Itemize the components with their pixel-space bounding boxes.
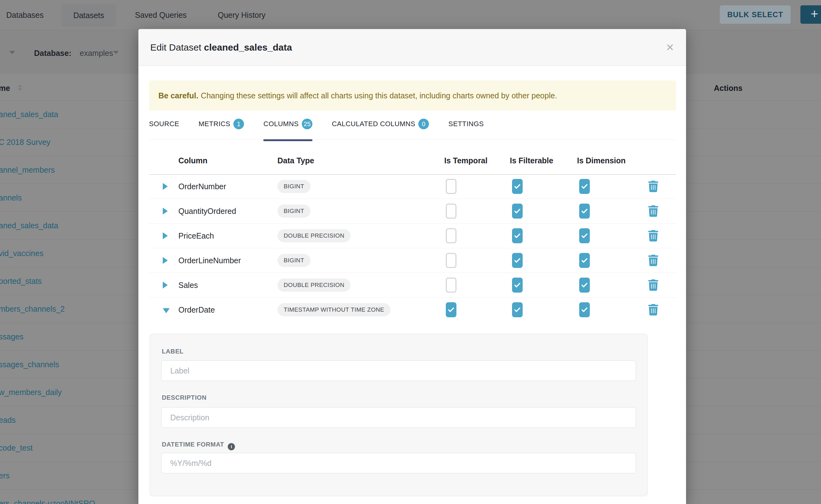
data-type-pill: BIGINT bbox=[277, 254, 310, 267]
column-name: Sales bbox=[178, 281, 198, 290]
dataset-link[interactable]: ssages bbox=[0, 332, 23, 341]
label-input[interactable] bbox=[161, 360, 636, 381]
sort-icon[interactable] bbox=[18, 85, 22, 91]
edit-dataset-modal: Edit Dataset cleaned_sales_data Be caref… bbox=[138, 29, 686, 504]
tab-settings[interactable]: SETTINGS bbox=[448, 119, 484, 141]
is-dimension-checkbox[interactable] bbox=[579, 302, 590, 317]
modal-title-prefix: Edit Dataset bbox=[150, 42, 201, 52]
column-header: Column bbox=[178, 156, 207, 165]
dataset-link[interactable]: ers bbox=[0, 471, 10, 480]
is-temporal-checkbox[interactable] bbox=[446, 204, 457, 219]
is-dimension-checkbox[interactable] bbox=[579, 253, 590, 268]
delete-column-trash-icon[interactable] bbox=[648, 254, 658, 267]
delete-column-trash-icon[interactable] bbox=[648, 230, 658, 242]
column-name: PriceEach bbox=[178, 231, 214, 240]
chevron-down-icon[interactable] bbox=[113, 51, 119, 54]
modal-title: Edit Dataset cleaned_sales_data bbox=[150, 42, 292, 53]
is-temporal-checkbox[interactable] bbox=[446, 302, 457, 317]
delete-column-trash-icon[interactable] bbox=[648, 180, 658, 193]
columns-table-rows: OrderNumberBIGINTQuantityOrderedBIGINTPr… bbox=[149, 174, 676, 322]
label-field-label: LABEL bbox=[162, 348, 184, 355]
nav-tab-datasets[interactable]: Datasets bbox=[61, 4, 116, 27]
nav-tab-databases[interactable]: Databases bbox=[6, 0, 44, 30]
tab-metrics[interactable]: METRICS 1 bbox=[199, 119, 244, 141]
data-type-pill: BIGINT bbox=[277, 180, 310, 193]
info-icon[interactable] bbox=[228, 443, 235, 450]
calculated-columns-count-badge: 0 bbox=[418, 119, 429, 129]
column-row: OrderDateTIMESTAMP WITHOUT TIME ZONE bbox=[149, 298, 676, 322]
is-temporal-checkbox[interactable] bbox=[446, 228, 457, 243]
columns-table-header: Column Data Type Is Temporal Is Filterab… bbox=[149, 147, 676, 175]
database-filter-value[interactable]: examples bbox=[80, 49, 113, 58]
is-dimension-header: Is Dimension bbox=[577, 156, 626, 165]
bulk-select-button[interactable]: BULK SELECT bbox=[720, 5, 791, 24]
warning-banner: Be careful. Changing these settings will… bbox=[149, 81, 676, 111]
expand-caret-icon[interactable] bbox=[163, 257, 168, 264]
dataset-link[interactable]: mbers_channels_2 bbox=[0, 304, 65, 314]
data-type-pill: TIMESTAMP WITHOUT TIME ZONE bbox=[277, 303, 390, 316]
add-dataset-button[interactable] bbox=[800, 5, 821, 24]
is-filterable-header: Is Filterable bbox=[510, 156, 553, 165]
chevron-down-icon[interactable] bbox=[9, 51, 15, 54]
expand-caret-icon[interactable] bbox=[163, 208, 168, 215]
dataset-link[interactable]: w_members_daily bbox=[0, 388, 62, 397]
modal-title-dataset: cleaned_sales_data bbox=[204, 42, 292, 52]
dataset-link[interactable]: aned_sales_data bbox=[0, 110, 58, 119]
dataset-link[interactable]: ported_stats bbox=[0, 277, 42, 286]
collapse-caret-icon[interactable] bbox=[163, 308, 170, 313]
dataset-link[interactable]: C 2018 Survey bbox=[0, 138, 50, 147]
dataset-link[interactable]: annels bbox=[0, 193, 22, 202]
is-temporal-checkbox[interactable] bbox=[446, 253, 457, 268]
expand-caret-icon[interactable] bbox=[163, 232, 168, 239]
dataset-link[interactable]: code_test bbox=[0, 443, 32, 452]
dataset-link[interactable]: ers_channels-uzooNNtSRO bbox=[0, 499, 95, 504]
is-dimension-checkbox[interactable] bbox=[579, 228, 590, 243]
modal-tabs: SOURCE METRICS 1 COLUMNS 25 CALCULATED C… bbox=[149, 119, 676, 140]
is-filterable-checkbox[interactable] bbox=[512, 204, 523, 219]
dataset-link[interactable]: annel_members bbox=[0, 166, 55, 175]
name-column-header[interactable]: me bbox=[0, 84, 10, 93]
dataset-link[interactable]: aned_sales_data bbox=[0, 221, 58, 230]
datetime-format-field-label: DATETIME FORMAT bbox=[162, 441, 235, 450]
description-field-label: DESCRIPTION bbox=[162, 394, 206, 401]
tab-source[interactable]: SOURCE bbox=[149, 119, 179, 141]
dataset-link[interactable]: eads bbox=[0, 416, 16, 425]
column-name: QuantityOrdered bbox=[178, 207, 236, 216]
is-dimension-checkbox[interactable] bbox=[579, 204, 590, 219]
column-detail-panel: LABEL DESCRIPTION DATETIME FORMAT bbox=[150, 334, 648, 496]
expand-caret-icon[interactable] bbox=[163, 183, 168, 190]
close-icon[interactable] bbox=[666, 42, 674, 52]
column-row: QuantityOrderedBIGINT bbox=[149, 199, 676, 224]
is-dimension-checkbox[interactable] bbox=[579, 179, 590, 194]
tab-columns[interactable]: COLUMNS 25 bbox=[263, 119, 312, 141]
data-type-pill: BIGINT bbox=[277, 205, 310, 218]
column-row: OrderNumberBIGINT bbox=[149, 174, 676, 199]
is-temporal-checkbox[interactable] bbox=[446, 179, 457, 194]
is-dimension-checkbox[interactable] bbox=[579, 278, 590, 293]
expand-caret-icon[interactable] bbox=[163, 282, 168, 289]
is-filterable-checkbox[interactable] bbox=[512, 278, 523, 293]
tab-calculated-columns[interactable]: CALCULATED COLUMNS 0 bbox=[332, 119, 429, 141]
column-name: OrderNumber bbox=[178, 182, 226, 191]
dataset-link[interactable]: vid_vaccines bbox=[0, 249, 43, 258]
description-input[interactable] bbox=[161, 407, 636, 428]
modal-header: Edit Dataset cleaned_sales_data bbox=[138, 29, 686, 66]
nav-tab-saved-queries[interactable]: Saved Queries bbox=[135, 0, 186, 30]
is-temporal-checkbox[interactable] bbox=[446, 278, 457, 293]
is-filterable-checkbox[interactable] bbox=[512, 179, 523, 194]
delete-column-trash-icon[interactable] bbox=[648, 304, 658, 316]
is-temporal-header: Is Temporal bbox=[444, 156, 487, 165]
data-type-pill: DOUBLE PRECISION bbox=[277, 279, 350, 292]
data-type-pill: DOUBLE PRECISION bbox=[277, 229, 350, 242]
column-row: PriceEachDOUBLE PRECISION bbox=[149, 224, 676, 248]
column-row: OrderLineNumberBIGINT bbox=[149, 248, 676, 273]
is-filterable-checkbox[interactable] bbox=[512, 228, 523, 243]
dataset-link[interactable]: ssages_channels bbox=[0, 360, 59, 369]
datetime-format-input[interactable] bbox=[161, 453, 636, 473]
nav-tab-query-history[interactable]: Query History bbox=[218, 0, 265, 30]
delete-column-trash-icon[interactable] bbox=[648, 279, 658, 291]
delete-column-trash-icon[interactable] bbox=[648, 205, 658, 217]
is-filterable-checkbox[interactable] bbox=[512, 302, 523, 317]
column-name: OrderLineNumber bbox=[178, 256, 241, 265]
is-filterable-checkbox[interactable] bbox=[512, 253, 523, 268]
